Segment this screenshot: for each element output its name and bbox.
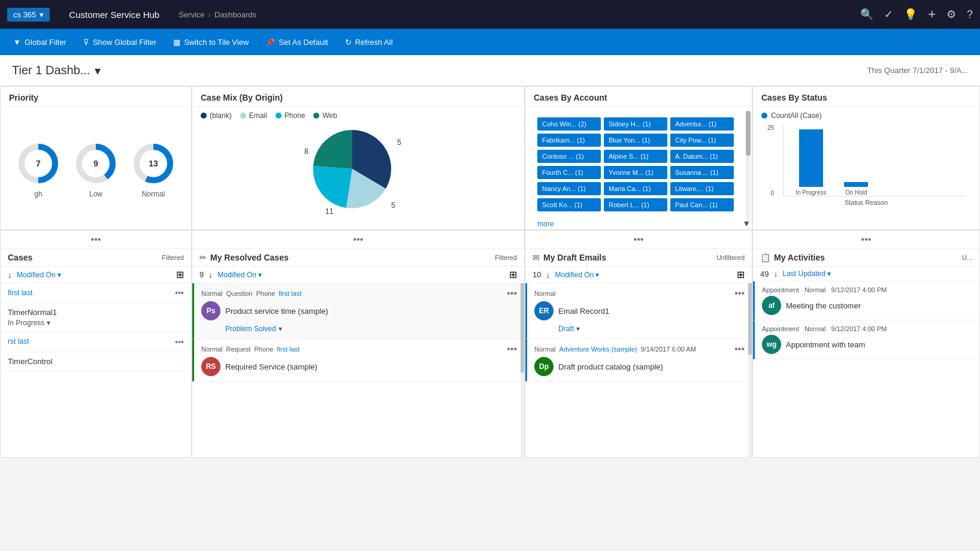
search-icon[interactable]: 🔍: [860, 8, 873, 21]
list-item[interactable]: TimerNormal1 In Progress ▾: [1, 303, 191, 332]
draft-chevron[interactable]: ▾: [576, 325, 580, 333]
list-item[interactable]: TimerControl: [1, 352, 191, 371]
clipboard-icon: 📋: [760, 253, 770, 262]
account-litware[interactable]: Litware,... (1): [670, 182, 734, 195]
breadcrumb-service[interactable]: Service: [179, 10, 204, 19]
account-scottko[interactable]: Scott Ko... (1): [537, 198, 601, 211]
account-susanna[interactable]: Susanna ... (1): [670, 166, 734, 179]
draft-scrollbar[interactable]: [748, 283, 752, 458]
chevron-down-icon[interactable]: ▾: [279, 325, 282, 333]
draft-view-icon[interactable]: ⊞: [737, 269, 745, 280]
draft-emails-menu-dots[interactable]: •••: [634, 234, 644, 245]
list-item[interactable]: Appointment Normal 9/12/2017 4:00 PM wg …: [753, 320, 979, 359]
breadcrumb-separator: ›: [208, 10, 211, 19]
set-default-label: Set As Default: [279, 38, 328, 47]
help-icon[interactable]: ?: [967, 8, 973, 21]
donut-low-label: Low: [89, 190, 102, 198]
my-cases-menu-dots[interactable]: •••: [91, 234, 101, 245]
sort-chevron: ▾: [58, 271, 61, 279]
set-default-button[interactable]: 📌 Set As Default: [258, 34, 335, 50]
dashboard-chevron-icon[interactable]: ▾: [95, 63, 101, 78]
account-fourthc[interactable]: Fourth C... (1): [537, 166, 601, 179]
y-axis-0: 0: [771, 190, 775, 196]
list-item[interactable]: Normal Request Phone first last ••• RS R…: [192, 339, 524, 382]
dashboard-title[interactable]: Tier 1 Dashb... ▾: [12, 63, 101, 78]
problem-solved-label: Problem Solved: [225, 325, 276, 333]
scroll-down-icon[interactable]: ▼: [742, 219, 751, 228]
list-item[interactable]: rst last •••: [1, 332, 191, 352]
envelope-icon: ✉: [533, 253, 540, 262]
pin-icon: 📌: [265, 38, 275, 47]
brand-dropdown-icon[interactable]: ▾: [40, 10, 44, 19]
settings-icon[interactable]: ⚙: [946, 8, 956, 21]
draft-avatar2: Dp: [534, 357, 553, 376]
legend-phone: Phone: [276, 111, 306, 120]
resolved-sort[interactable]: Modified On ▾: [217, 271, 262, 279]
brand-button[interactable]: cs 365 ▾: [7, 8, 50, 22]
account-coho[interactable]: Coho Win... (2): [537, 117, 601, 131]
activities-menu-dots[interactable]: •••: [861, 234, 872, 245]
account-adventur[interactable]: Adventur... (1): [670, 117, 734, 131]
list-item[interactable]: Normal ••• ER Email Record1 Draft ▾: [525, 283, 752, 339]
activities-sort-icon: ↓: [773, 269, 778, 278]
activities-sort[interactable]: Last Updated ▾: [782, 270, 830, 278]
case-item-menu[interactable]: •••: [175, 288, 184, 298]
account-paulcan[interactable]: Paul Can... (1): [670, 198, 734, 211]
my-cases-controls: ↓ Modified On ▾ ⊞: [1, 267, 191, 283]
switch-tile-view-button[interactable]: ▦ Switch to Tile View: [166, 34, 256, 50]
resolved-item2-tags: Normal Request Phone first last: [201, 346, 300, 353]
account-more-link[interactable]: more: [531, 217, 740, 230]
draft-item1-menu[interactable]: •••: [734, 288, 745, 299]
app-title: Customer Service Hub: [59, 10, 169, 20]
add-icon[interactable]: +: [928, 7, 936, 22]
checkmark-icon[interactable]: ✓: [884, 8, 893, 21]
donut-gh-label: gh: [34, 190, 42, 198]
list-item[interactable]: Normal Adventure Works (sample) 9/14/201…: [525, 339, 752, 382]
refresh-all-button[interactable]: ↻ Refresh All: [338, 34, 400, 50]
show-global-filter-button[interactable]: ⊽ Show Global Filter: [76, 34, 164, 50]
resolved-item1-menu[interactable]: •••: [507, 288, 517, 299]
my-cases-list: first last ••• TimerNormal1 In Progress …: [1, 283, 191, 458]
account-scrollbar[interactable]: [746, 111, 751, 223]
status-legend-label: CountAll (Case): [771, 111, 822, 120]
resolved-cases-menu-dots[interactable]: •••: [353, 234, 364, 245]
show-filter-icon: ⊽: [83, 38, 89, 47]
draft-emails-header: ✉ My Draft Emails Unfiltered: [525, 249, 752, 267]
list-item[interactable]: first last •••: [1, 283, 191, 303]
legend-web: Web: [313, 111, 337, 120]
donut-gh: 7 gh: [14, 140, 62, 198]
account-sidney[interactable]: Sidney H... (1): [604, 117, 667, 131]
account-robertl[interactable]: Robert L... (1): [604, 198, 667, 211]
breadcrumb-dashboards[interactable]: Dashboards: [214, 10, 256, 19]
pie-chart: 5 5 8 11: [298, 121, 418, 217]
account-alpines[interactable]: Alpine S... (1): [604, 150, 667, 163]
account-fabrikam[interactable]: Fabrikam... (1): [537, 134, 601, 147]
account-citypow[interactable]: City Pow... (1): [670, 134, 734, 147]
edit-icon: ✏: [199, 253, 207, 262]
activity2-main: wg Appointment with team: [762, 335, 972, 354]
lightbulb-icon[interactable]: 💡: [904, 8, 917, 21]
resolved-item2-menu[interactable]: •••: [507, 344, 517, 355]
case-item2-menu[interactable]: •••: [175, 337, 184, 347]
account-yvonn[interactable]: Yvonne M... (1): [604, 166, 667, 179]
my-draft-emails-widget: ••• ✉ My Draft Emails Unfiltered 10 ↓ Mo…: [525, 230, 752, 458]
resolved-view-icon[interactable]: ⊞: [509, 269, 517, 280]
sort-down-icon: ↓: [8, 270, 12, 280]
list-item[interactable]: Appointment Normal 9/12/2017 4:00 PM af …: [753, 281, 979, 320]
account-contoso[interactable]: Contoso ... (1): [537, 150, 601, 163]
my-cases-sort[interactable]: Modified On ▾: [17, 271, 61, 279]
top-nav-icons: 🔍 ✓ 💡 + ⚙ ?: [860, 7, 973, 22]
view-options-icon[interactable]: ⊞: [176, 269, 184, 280]
top-navigation: cs 365 ▾ Customer Service Hub Service › …: [0, 0, 980, 29]
list-item[interactable]: Normal Question Phone first last ••• Ps …: [192, 283, 524, 339]
legend-blank: (blank): [201, 111, 232, 120]
account-adatum[interactable]: A. Datum... (1): [670, 150, 734, 163]
global-filter-button[interactable]: ▼ Global Filter: [6, 34, 74, 50]
resolved-cases-header: ✏ My Resolved Cases Filtered: [192, 249, 524, 267]
draft-item2-menu[interactable]: •••: [734, 344, 745, 355]
account-mariaca[interactable]: Maria Ca... (1): [604, 182, 667, 195]
draft-sort[interactable]: Modified On ▾: [555, 271, 599, 279]
account-blueyon[interactable]: Blue Yon... (1): [604, 134, 667, 147]
resolved-scrollbar[interactable]: [521, 283, 524, 458]
account-nancyan[interactable]: Nancy An... (1): [537, 182, 601, 195]
